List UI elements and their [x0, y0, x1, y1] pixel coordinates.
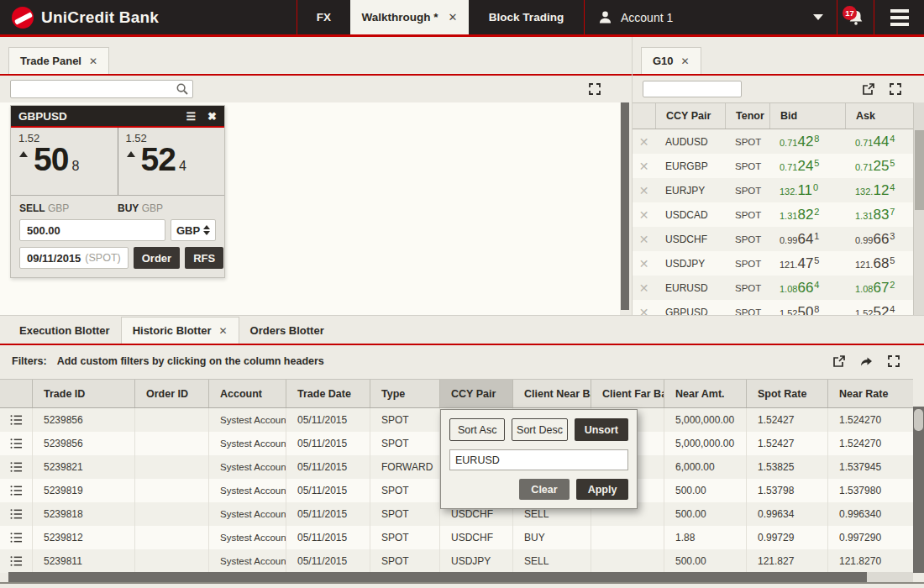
close-icon[interactable]: ✕	[89, 55, 97, 67]
sort-desc-button[interactable]: Sort Desc	[512, 418, 567, 441]
header-ccy-pair[interactable]: CCY Pair	[655, 103, 725, 129]
ask-cell[interactable]: 1.31837	[845, 207, 913, 223]
header-trade-date[interactable]: Trade Date	[286, 380, 370, 407]
header-spot-rate[interactable]: Spot Rate	[746, 380, 827, 407]
bid-cell[interactable]: 1.31822	[769, 207, 845, 223]
notifications-button[interactable]: 17	[837, 0, 874, 34]
header-trade-id[interactable]: Trade ID	[32, 380, 134, 407]
tab-g10[interactable]: G10 ✕	[641, 47, 701, 74]
quote-row[interactable]: ✕ USDCAD SPOT 1.31822 1.31837	[633, 202, 913, 227]
tab-execution-blotter[interactable]: Execution Blotter	[8, 317, 121, 344]
row-menu-icon[interactable]	[0, 408, 32, 432]
header-near-rate[interactable]: Near Rate	[827, 380, 913, 407]
g10-scrollbar-thumb[interactable]	[915, 130, 924, 210]
header-client-far-base[interactable]: Client Far Base	[591, 380, 664, 407]
bid-cell[interactable]: 0.71428	[769, 134, 845, 150]
clear-button[interactable]: Clear	[519, 479, 570, 500]
table-row[interactable]: 5239812 Systest Account 05/11/2015 SPOT …	[0, 526, 913, 549]
ask-cell[interactable]: 1.52524	[845, 304, 913, 316]
remove-quote-icon[interactable]: ✕	[633, 208, 655, 222]
currency-selector[interactable]: GBP	[171, 219, 216, 241]
header-ask[interactable]: Ask	[845, 103, 913, 129]
trade-panel-scrollbar[interactable]	[621, 102, 629, 310]
expand-icon[interactable]	[887, 354, 900, 368]
header-account[interactable]: Account	[208, 380, 286, 407]
remove-quote-icon[interactable]: ✕	[633, 306, 655, 316]
quote-row[interactable]: ✕ EURJPY SPOT 132.110 132.124	[633, 178, 913, 202]
remove-quote-icon[interactable]: ✕	[633, 233, 655, 246]
bid-cell[interactable]: 132.110	[769, 182, 845, 199]
quote-row[interactable]: ✕ GBPUSD SPOT 1.52508 1.52524	[633, 300, 913, 315]
header-order-id[interactable]: Order ID	[134, 380, 208, 407]
remove-quote-icon[interactable]: ✕	[633, 160, 655, 173]
row-menu-icon[interactable]	[0, 526, 32, 549]
account-selector[interactable]: Account 1	[584, 0, 837, 34]
quote-row[interactable]: ✕ EURGBP SPOT 0.71245 0.71255	[633, 154, 913, 178]
bid-cell[interactable]: 121.475	[769, 255, 845, 272]
widget-menu-icon[interactable]: ☰	[186, 110, 196, 123]
apply-button[interactable]: Apply	[576, 479, 628, 500]
close-icon[interactable]: ✕	[219, 325, 228, 337]
bid-cell[interactable]: 1.52508	[769, 304, 845, 316]
share-icon[interactable]	[859, 354, 874, 368]
expand-icon[interactable]	[889, 82, 902, 96]
remove-quote-icon[interactable]: ✕	[633, 135, 655, 149]
ask-cell[interactable]: 0.71444	[845, 134, 913, 150]
bid-tile[interactable]: 1.52 50 8	[11, 128, 118, 195]
bid-cell[interactable]: 0.71245	[769, 158, 845, 175]
close-icon[interactable]: ✕	[449, 11, 458, 24]
tab-historic-blotter-label: Historic Blotter	[133, 324, 212, 337]
header-type[interactable]: Type	[370, 380, 439, 407]
value-date-field[interactable]: 09/11/2015 (SPOT)	[19, 247, 129, 269]
ask-cell[interactable]: 121.685	[845, 255, 913, 272]
expand-icon[interactable]	[588, 82, 601, 96]
g10-search-input[interactable]	[643, 81, 742, 97]
ask-cell[interactable]: 1.08672	[845, 280, 913, 297]
row-menu-icon[interactable]	[0, 502, 32, 526]
ask-cell[interactable]: 0.99663	[845, 231, 913, 248]
row-menu-icon[interactable]	[0, 479, 32, 502]
remove-quote-icon[interactable]: ✕	[633, 257, 655, 270]
quote-row[interactable]: ✕ USDCHF SPOT 0.99641 0.99663	[633, 227, 913, 251]
header-near-amt[interactable]: Near Amt.	[664, 380, 746, 407]
unsort-button[interactable]: Unsort	[575, 418, 628, 441]
tab-trade-panel[interactable]: Trade Panel ✕	[8, 47, 109, 74]
order-button[interactable]: Order	[134, 247, 180, 269]
tab-block-trading[interactable]: Block Trading	[469, 0, 584, 34]
header-bid[interactable]: Bid	[769, 103, 845, 129]
g10-scrollbar[interactable]	[913, 102, 924, 315]
bid-cell[interactable]: 0.99641	[769, 231, 845, 248]
bid-cell[interactable]: 1.08664	[769, 280, 845, 297]
hamburger-menu-icon[interactable]	[874, 0, 924, 34]
blotter-vertical-scrollbar[interactable]	[913, 407, 924, 573]
row-menu-icon[interactable]	[0, 455, 32, 479]
amount-input[interactable]	[19, 219, 165, 241]
close-icon[interactable]: ✕	[681, 55, 690, 67]
pop-out-icon[interactable]	[862, 82, 875, 96]
tab-walkthrough[interactable]: Walkthrough * ✕	[350, 0, 469, 34]
quote-row[interactable]: ✕ EURUSD SPOT 1.08664 1.08672	[633, 276, 913, 300]
remove-quote-icon[interactable]: ✕	[633, 184, 655, 197]
filter-value-input[interactable]	[449, 449, 628, 470]
quote-row[interactable]: ✕ AUDUSD SPOT 0.71428 0.71444	[633, 129, 913, 154]
header-client-near-base[interactable]: Client Near Bas	[512, 380, 591, 407]
tab-orders-blotter[interactable]: Orders Blotter	[239, 317, 335, 344]
ask-cell[interactable]: 0.71255	[845, 158, 913, 175]
rfs-button[interactable]: RFS	[185, 247, 223, 269]
menu-fx[interactable]: FX	[297, 0, 350, 34]
blotter-vertical-thumb[interactable]	[914, 409, 923, 431]
quote-row[interactable]: ✕ USDJPY SPOT 121.475 121.685	[633, 251, 913, 276]
instrument-search-input[interactable]	[10, 80, 193, 98]
header-ccy-pair[interactable]: CCY Pair	[439, 380, 512, 407]
ask-tile[interactable]: 1.52 52 4	[118, 128, 225, 195]
row-menu-icon[interactable]	[0, 432, 32, 455]
pop-out-icon[interactable]	[832, 354, 846, 368]
tab-historic-blotter[interactable]: Historic Blotter ✕	[121, 317, 239, 344]
ask-cell[interactable]: 132.124	[845, 182, 913, 199]
sort-asc-button[interactable]: Sort Asc	[449, 418, 505, 441]
remove-quote-icon[interactable]: ✕	[633, 281, 655, 295]
table-row[interactable]: 5239811 Systest Account 05/11/2015 SPOT …	[0, 549, 913, 573]
widget-close-icon[interactable]: ✖	[207, 110, 217, 123]
header-tenor[interactable]: Tenor	[725, 103, 769, 129]
row-menu-icon[interactable]	[0, 549, 32, 573]
